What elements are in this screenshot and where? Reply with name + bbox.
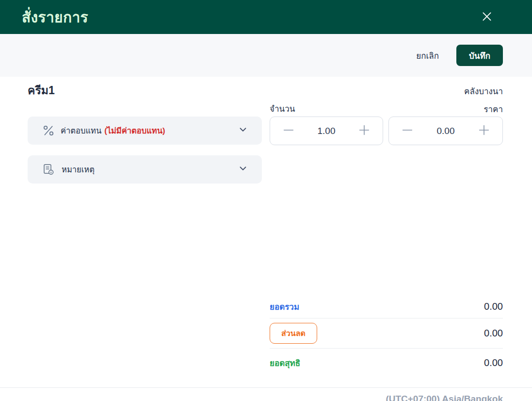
quantity-input[interactable] bbox=[303, 126, 350, 136]
plus-icon bbox=[477, 123, 491, 138]
total-label: ยอดรวม bbox=[270, 300, 299, 313]
chevron-down-icon bbox=[238, 163, 248, 176]
note-info-icon bbox=[42, 163, 56, 176]
footer-bar: (UTC+07:00) Asia/Bangkok bbox=[0, 387, 532, 401]
price-stepper bbox=[388, 117, 503, 145]
discount-value: 0.00 bbox=[484, 328, 503, 339]
percent-icon bbox=[42, 124, 55, 137]
close-button[interactable] bbox=[478, 7, 496, 27]
plus-icon bbox=[357, 123, 371, 138]
close-icon bbox=[481, 10, 493, 24]
quantity-decrease-button[interactable] bbox=[280, 121, 297, 140]
net-total-label: ยอดสุทธิ bbox=[270, 356, 300, 369]
modal-header: สั่งรายการ bbox=[0, 0, 532, 34]
warehouse-label: คลังบางนา bbox=[464, 84, 503, 98]
minus-icon bbox=[401, 123, 414, 138]
save-button[interactable]: บันทึก bbox=[456, 45, 503, 66]
order-modal: สั่งรายการ ยกเลิก บันทึก ครีม1 คลังบางนา… bbox=[0, 0, 532, 401]
cancel-button[interactable]: ยกเลิก bbox=[416, 49, 439, 62]
minus-icon bbox=[282, 123, 295, 138]
quantity-label: จำนวน bbox=[270, 102, 295, 115]
order-summary: ยอดรวม 0.00 ส่วนลด 0.00 ยอดสุทธิ 0.00 bbox=[270, 295, 503, 377]
compensation-label: ค่าตอบแทน bbox=[61, 124, 101, 137]
discount-button[interactable]: ส่วนลด bbox=[270, 323, 317, 344]
timezone-label: (UTC+07:00) Asia/Bangkok bbox=[386, 394, 503, 401]
compensation-panel-header[interactable]: ค่าตอบแทน (ไม่มีค่าตอบแทน) bbox=[28, 117, 262, 145]
price-increase-button[interactable] bbox=[475, 121, 493, 140]
price-input[interactable] bbox=[422, 126, 469, 136]
modal-title: สั่งรายการ bbox=[22, 6, 88, 29]
total-value: 0.00 bbox=[484, 301, 503, 312]
quantity-stepper bbox=[270, 117, 383, 145]
chevron-down-icon bbox=[238, 124, 248, 137]
compensation-empty-note: (ไม่มีค่าตอบแทน) bbox=[104, 124, 165, 137]
net-total-value: 0.00 bbox=[484, 357, 503, 368]
note-label: หมายเหตุ bbox=[62, 163, 95, 176]
net-total-row: ยอดสุทธิ 0.00 bbox=[270, 349, 503, 377]
total-row: ยอดรวม 0.00 bbox=[270, 295, 503, 318]
quantity-increase-button[interactable] bbox=[355, 121, 373, 140]
action-toolbar: ยกเลิก บันทึก bbox=[0, 34, 532, 77]
price-decrease-button[interactable] bbox=[399, 121, 416, 140]
product-row: ครีม1 คลังบางนา bbox=[28, 82, 503, 99]
product-name: ครีม1 bbox=[28, 82, 55, 99]
discount-row: ส่วนลด 0.00 bbox=[270, 318, 503, 349]
note-panel-header[interactable]: หมายเหตุ bbox=[28, 155, 262, 184]
price-label: ราคา bbox=[388, 102, 503, 116]
